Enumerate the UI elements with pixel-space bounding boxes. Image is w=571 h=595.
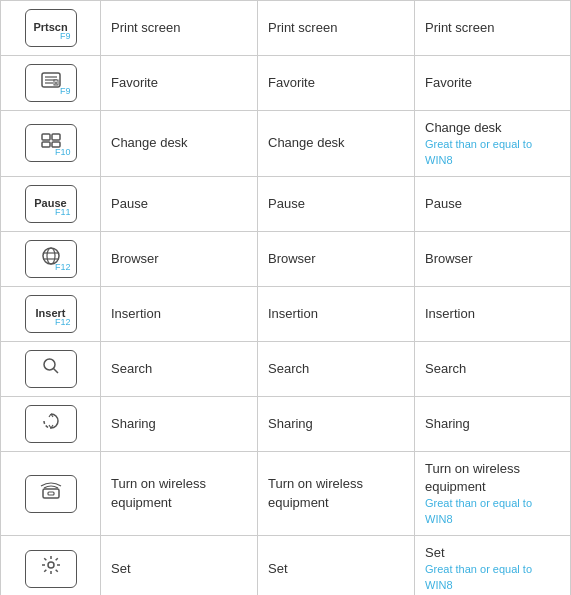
cell-main-text: Change desk	[268, 134, 345, 152]
key-label-fn: F12	[55, 261, 71, 274]
description-cell-2: Search	[258, 342, 415, 396]
table-row: F10Change deskChange deskChange deskGrea…	[1, 111, 570, 177]
cell-main-text: Browser	[111, 250, 159, 268]
key-cell	[1, 397, 101, 451]
key-button: F10	[25, 124, 77, 162]
description-cell-1: Change desk	[101, 111, 258, 176]
description-cell-3: Print screen	[415, 1, 570, 55]
description-cell-3: Insertion	[415, 287, 570, 341]
keyboard-shortcut-table: PrtscnF9Print screenPrint screenPrint sc…	[0, 0, 571, 595]
key-cell: F12	[1, 232, 101, 286]
svg-rect-8	[42, 142, 50, 147]
cell-main-text: Insertion	[268, 305, 318, 323]
key-button: F9	[25, 64, 77, 102]
table-row: Turn on wireless equipmentTurn on wirele…	[1, 452, 570, 536]
cell-main-text: Print screen	[268, 19, 337, 37]
description-cell-1: Search	[101, 342, 258, 396]
wireless-icon	[40, 481, 62, 505]
description-cell-2: Turn on wireless equipment	[258, 452, 415, 535]
svg-point-11	[47, 248, 55, 264]
cell-main-text: Set	[425, 544, 560, 562]
table-row: F9FavoriteFavoriteFavorite	[1, 56, 570, 111]
cell-main-text: Turn on wireless equipment	[111, 475, 247, 511]
cell-main-text: Search	[425, 360, 466, 378]
svg-point-18	[48, 562, 54, 568]
svg-point-14	[44, 359, 55, 370]
svg-rect-7	[52, 134, 60, 140]
cell-main-text: Change desk	[425, 119, 560, 137]
cell-main-text: Insertion	[425, 305, 475, 323]
description-cell-3: Favorite	[415, 56, 570, 110]
cell-main-text: Pause	[111, 195, 148, 213]
description-cell-3: Sharing	[415, 397, 570, 451]
cell-main-text: Browser	[425, 250, 473, 268]
key-button: PrtscnF9	[25, 9, 77, 47]
description-cell-2: Favorite	[258, 56, 415, 110]
description-cell-2: Insertion	[258, 287, 415, 341]
cell-main-text: Sharing	[268, 415, 313, 433]
description-cell-1: Print screen	[101, 1, 258, 55]
table-row: PrtscnF9Print screenPrint screenPrint sc…	[1, 1, 570, 56]
description-cell-3: SetGreat than or equal to WIN8	[415, 536, 570, 595]
description-cell-3: Pause	[415, 177, 570, 231]
table-row: PauseF11PausePausePause	[1, 177, 570, 232]
description-cell-2: Print screen	[258, 1, 415, 55]
description-cell-1: Set	[101, 536, 258, 595]
description-cell-1: Pause	[101, 177, 258, 231]
sharing-icon	[41, 411, 61, 437]
cell-main-text: Sharing	[425, 415, 470, 433]
cell-main-text: Turn on wireless equipment	[268, 475, 404, 511]
key-cell: InsertF12	[1, 287, 101, 341]
key-cell	[1, 452, 101, 535]
cell-main-text: Favorite	[111, 74, 158, 92]
cell-main-text: Print screen	[111, 19, 180, 37]
cell-note-text: Great than or equal to WIN8	[425, 137, 560, 168]
cell-main-text: Print screen	[425, 19, 494, 37]
description-cell-1: Insertion	[101, 287, 258, 341]
key-cell: F10	[1, 111, 101, 176]
description-cell-2: Browser	[258, 232, 415, 286]
key-label-fn: F12	[55, 316, 71, 329]
table-row: SetSetSetGreat than or equal to WIN8	[1, 536, 570, 595]
cell-main-text: Search	[268, 360, 309, 378]
key-cell	[1, 342, 101, 396]
cell-main-text: Pause	[425, 195, 462, 213]
description-cell-3: Browser	[415, 232, 570, 286]
svg-rect-16	[43, 489, 59, 498]
key-label-fn: F10	[55, 146, 71, 159]
svg-rect-6	[42, 134, 50, 140]
key-cell	[1, 536, 101, 595]
description-cell-2: Sharing	[258, 397, 415, 451]
table-row: InsertF12InsertionInsertionInsertion	[1, 287, 570, 342]
key-button	[25, 350, 77, 388]
table-row: SharingSharingSharing	[1, 397, 570, 452]
description-cell-2: Change desk	[258, 111, 415, 176]
description-cell-2: Pause	[258, 177, 415, 231]
table-row: F12BrowserBrowserBrowser	[1, 232, 570, 287]
key-cell: PrtscnF9	[1, 1, 101, 55]
description-cell-3: Turn on wireless equipmentGreat than or …	[415, 452, 570, 535]
search-icon	[42, 357, 60, 381]
description-cell-3: Search	[415, 342, 570, 396]
key-button	[25, 550, 77, 588]
key-button: InsertF12	[25, 295, 77, 333]
cell-main-text: Browser	[268, 250, 316, 268]
cell-text-wrap: SetGreat than or equal to WIN8	[425, 544, 560, 593]
description-cell-2: Set	[258, 536, 415, 595]
key-label-fn: F11	[55, 206, 71, 219]
svg-rect-17	[48, 492, 54, 495]
settings-icon	[41, 555, 61, 581]
key-button: PauseF11	[25, 185, 77, 223]
table-row: SearchSearchSearch	[1, 342, 570, 397]
key-cell: F9	[1, 56, 101, 110]
key-button	[25, 405, 77, 443]
description-cell-1: Sharing	[101, 397, 258, 451]
cell-main-text: Favorite	[425, 74, 472, 92]
cell-note-text: Great than or equal to WIN8	[425, 562, 560, 593]
cell-main-text: Search	[111, 360, 152, 378]
svg-line-15	[53, 368, 58, 373]
favorite-icon	[41, 72, 61, 94]
cell-note-text: Great than or equal to WIN8	[425, 496, 560, 527]
cell-main-text: Set	[268, 560, 288, 578]
cell-main-text: Turn on wireless equipment	[425, 460, 560, 496]
